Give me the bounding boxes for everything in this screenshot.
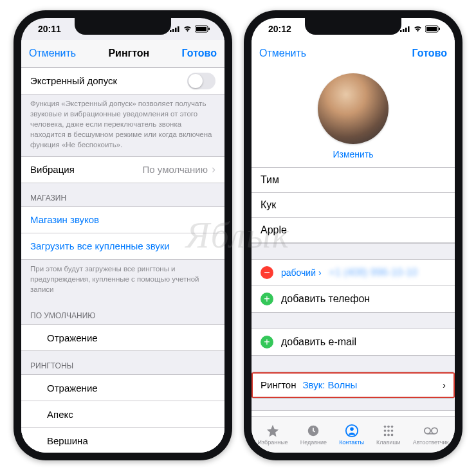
add-email-row[interactable]: + добавить e-mail — [252, 329, 455, 356]
svg-rect-10 — [408, 26, 410, 32]
navbar: Отменить Готово — [252, 40, 455, 67]
avatar-section: Изменить — [252, 67, 455, 167]
svg-point-24 — [387, 433, 390, 436]
svg-rect-6 — [208, 28, 210, 30]
wifi-icon — [413, 25, 423, 32]
vibration-label: Вибрация — [30, 164, 75, 175]
store-footer: При этом будут загружены все рингтоны и … — [21, 260, 224, 301]
svg-point-25 — [391, 433, 394, 436]
svg-rect-2 — [175, 28, 177, 32]
default-header: ПО УМОЛЧАНИЮ — [21, 301, 224, 324]
emergency-toggle[interactable] — [187, 73, 215, 89]
ringtone-row[interactable]: Апекс — [21, 401, 224, 428]
tab-contacts[interactable]: Контакты — [339, 424, 364, 446]
avatar[interactable] — [318, 73, 389, 144]
remove-icon[interactable]: − — [261, 266, 273, 279]
add-email-label: добавить e-mail — [281, 336, 356, 348]
svg-point-23 — [384, 433, 387, 436]
vibration-value: По умолчанию — [143, 164, 208, 175]
contact-icon — [345, 424, 359, 438]
status-icons — [400, 25, 441, 33]
text-tone-row[interactable]: Звук сообщ. По умолчанию › — [252, 410, 455, 416]
phone-label[interactable]: рабочий › — [281, 267, 322, 278]
add-phone-label: добавить телефон — [281, 293, 370, 305]
add-icon[interactable]: + — [261, 293, 273, 305]
store-header: МАГАЗИН — [21, 183, 224, 206]
vibration-row[interactable]: Вибрация По умолчанию › — [21, 156, 224, 183]
svg-point-27 — [431, 428, 437, 433]
status-time: 20:12 — [268, 24, 291, 34]
first-name-field[interactable]: Тим — [252, 167, 455, 193]
emergency-label: Экстренный допуск — [30, 75, 117, 86]
svg-point-22 — [391, 429, 394, 432]
edit-photo-link[interactable]: Изменить — [333, 149, 373, 159]
chevron-right-icon: › — [443, 379, 446, 390]
cancel-button[interactable]: Отменить — [259, 48, 306, 59]
tab-bar: Избранные Недавние Контакты Клавиши Авто… — [252, 416, 455, 453]
notch — [305, 18, 401, 35]
svg-point-26 — [424, 428, 430, 433]
signal-icon — [170, 26, 180, 32]
default-tone-row[interactable]: Отражение — [21, 324, 224, 351]
battery-icon — [425, 25, 441, 33]
page-title: Рингтон — [108, 48, 149, 59]
cancel-button[interactable]: Отменить — [29, 48, 76, 59]
svg-point-17 — [384, 425, 387, 428]
emergency-footer: Функция «Экстренный допуск» позволяет по… — [21, 95, 224, 156]
svg-rect-1 — [172, 29, 174, 32]
phone-frame-left: 20:11 Отменить Рингтон Готово Экстренный… — [14, 10, 232, 460]
signal-icon — [400, 26, 410, 32]
status-icons — [170, 25, 210, 33]
voicemail-icon — [424, 424, 438, 438]
svg-point-19 — [391, 425, 394, 428]
tab-recents[interactable]: Недавние — [300, 424, 327, 446]
ringtone-row[interactable]: Рингтон Звук: Волны › — [252, 372, 455, 399]
ringtone-row[interactable]: Отражение — [21, 374, 224, 401]
svg-point-16 — [350, 427, 354, 431]
chevron-right-icon: › — [212, 163, 215, 176]
ringtone-row[interactable]: Вершина — [21, 428, 224, 452]
tab-favorites[interactable]: Избранные — [258, 424, 288, 446]
svg-point-18 — [387, 425, 390, 428]
done-button[interactable]: Готово — [412, 48, 447, 59]
star-icon — [266, 424, 280, 438]
tab-keypad[interactable]: Клавиши — [376, 424, 401, 446]
keypad-icon — [381, 424, 396, 438]
company-field[interactable]: Apple — [252, 218, 455, 243]
battery-icon — [195, 25, 210, 33]
svg-rect-9 — [405, 28, 407, 32]
wifi-icon — [183, 25, 192, 32]
ringtones-header: РИНГТОНЫ — [21, 351, 224, 374]
svg-point-21 — [387, 429, 390, 432]
add-icon[interactable]: + — [261, 336, 273, 348]
last-name-field[interactable]: Кук — [252, 193, 455, 218]
add-phone-row[interactable]: + добавить телефон — [252, 286, 455, 312]
navbar: Отменить Рингтон Готово — [21, 40, 224, 68]
phone-row[interactable]: − рабочий › +1 (408) 996-10-10 — [252, 259, 455, 286]
status-time: 20:11 — [38, 24, 61, 34]
svg-rect-5 — [196, 27, 206, 31]
done-button[interactable]: Готово — [182, 48, 217, 59]
phone-value: +1 (408) 996-10-10 — [329, 267, 417, 278]
svg-rect-0 — [170, 30, 172, 32]
svg-rect-13 — [439, 28, 440, 30]
clock-icon — [306, 424, 320, 438]
notch — [75, 18, 171, 35]
phone-frame-right: 20:12 Отменить Готово Изменить Тим Кук A… — [244, 10, 462, 460]
svg-point-20 — [384, 429, 387, 432]
ringtone-label: Рингтон — [261, 379, 296, 390]
ringtone-value: Звук: Волны — [302, 379, 357, 390]
tone-store-link[interactable]: Магазин звуков — [21, 206, 224, 233]
svg-rect-7 — [400, 30, 402, 32]
svg-rect-12 — [426, 27, 437, 31]
tab-voicemail[interactable]: Автоответчик — [413, 424, 449, 446]
svg-rect-3 — [178, 26, 179, 32]
emergency-bypass-row[interactable]: Экстренный допуск — [21, 68, 224, 95]
download-all-link[interactable]: Загрузить все купленные звуки — [21, 233, 224, 260]
svg-rect-8 — [403, 29, 405, 32]
